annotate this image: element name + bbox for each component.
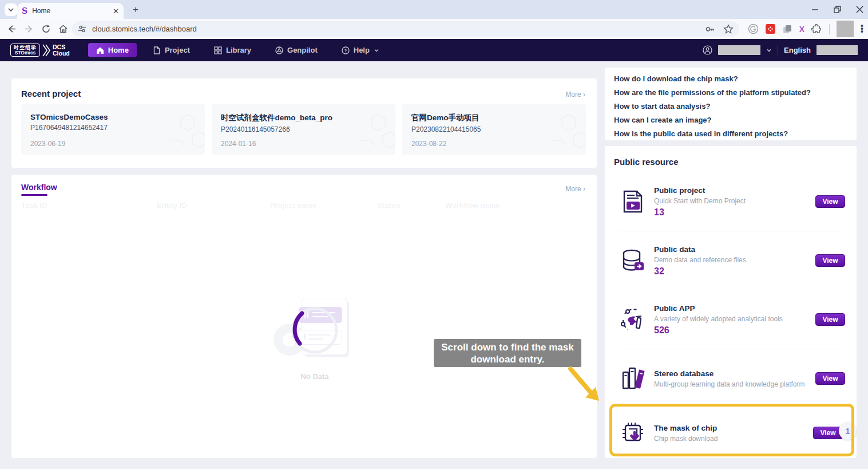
browser-tab[interactable]: S Home ✕: [17, 3, 124, 19]
books-icon: [620, 365, 646, 392]
navbar-right: English: [703, 45, 858, 56]
reload-button[interactable]: [40, 23, 51, 35]
col-entity-id: Entity ID: [157, 201, 270, 210]
site-settings-icon[interactable]: [78, 25, 86, 33]
chevron-down-icon[interactable]: [766, 48, 772, 53]
workflow-card: Workflow More › Task ID Entity ID Projec…: [11, 175, 597, 458]
document-play-icon: [620, 188, 646, 215]
extensions-row: X •••: [748, 20, 863, 38]
nav-item-project[interactable]: Project: [145, 43, 198, 57]
stomics-logo-box: 时空组学 STOmics: [10, 44, 40, 57]
resource-count: 526: [654, 325, 783, 335]
forward-button[interactable]: [23, 23, 34, 35]
chip-download-icon: [620, 420, 646, 446]
project-date: 2023-08-22: [411, 140, 446, 148]
url-text[interactable]: cloud.stomics.tech/#/dashboard: [92, 25, 699, 33]
bookmark-star-icon[interactable]: [723, 24, 734, 34]
resource-row-mask-of-chip[interactable]: The mask of chip Chip mask download View: [605, 408, 857, 458]
logo-brand-line1: DCS: [53, 44, 70, 50]
resource-row-stereo-database[interactable]: Stereo database Multi-group learning dat…: [605, 349, 857, 408]
resource-name: Public data: [654, 245, 746, 253]
address-bar[interactable]: cloud.stomics.tech/#/dashboard: [72, 21, 739, 37]
project-card[interactable]: STOmicsDemoCases P1670649481214652417 20…: [21, 104, 205, 155]
genpilot-icon: [275, 46, 283, 54]
empty-state: No Data: [257, 289, 372, 381]
faq-link[interactable]: How do I download the chip mask?: [614, 72, 847, 86]
nav-label: Genpilot: [287, 46, 318, 54]
extension-red-icon[interactable]: [766, 24, 775, 34]
hexagon-pattern: [344, 109, 395, 155]
annotation-tooltip: Scroll down to find the mask download en…: [434, 339, 581, 367]
resource-desc: Quick Start with Demo Project: [654, 196, 746, 204]
workflow-tab[interactable]: Workflow: [21, 183, 57, 192]
new-tab-button[interactable]: +: [130, 5, 141, 15]
project-card[interactable]: 官网Demo手动项目 P20230822104415065 2023-08-22: [402, 104, 586, 155]
database-icon: [620, 247, 646, 274]
public-resource-card: Public resource Public project Quick Sta…: [605, 146, 857, 458]
nav-item-library[interactable]: Library: [206, 43, 259, 57]
resource-desc: Multi-group learning data and knowledge …: [654, 380, 805, 388]
view-button[interactable]: View: [813, 427, 843, 439]
logo-brand-line2: Cloud: [53, 50, 70, 57]
nav-label: Home: [108, 46, 129, 54]
extensions-puzzle-icon[interactable]: [811, 23, 822, 34]
nav-item-home[interactable]: Home: [88, 43, 137, 57]
col-task-id: Task ID: [21, 201, 157, 210]
stomics-logo[interactable]: 时空组学 STOmics DCS Cloud: [10, 44, 70, 57]
resource-desc: Chip mask download: [654, 435, 718, 443]
logo-brand: DCS Cloud: [53, 44, 70, 57]
view-button[interactable]: View: [815, 195, 845, 208]
window-controls: [811, 0, 863, 19]
resource-name: Public APP: [654, 304, 783, 312]
view-button[interactable]: View: [815, 372, 845, 385]
library-grid-icon: [214, 46, 222, 54]
hexagon-pattern: [534, 109, 586, 155]
resource-text: Public data Demo data and reference file…: [654, 245, 746, 276]
toolbar-separator: [829, 24, 830, 34]
logo-chevron-icon: [42, 44, 50, 57]
project-card[interactable]: 时空试剂盒软件demo_beta_pro P20240116145057266 …: [212, 104, 395, 155]
resource-row-public-data[interactable]: Public data Demo data and reference file…: [605, 231, 857, 290]
username-redacted[interactable]: [718, 45, 760, 55]
view-button[interactable]: View: [815, 254, 845, 267]
workflow-more-link[interactable]: More ›: [565, 185, 585, 193]
chevron-down-icon: [374, 48, 379, 53]
resource-row-public-project[interactable]: Public project Quick Start with Demo Pro…: [605, 172, 857, 231]
nav-item-help[interactable]: ? Help: [334, 43, 387, 57]
tab-close-icon[interactable]: ✕: [113, 7, 119, 15]
resource-name: Stereo database: [654, 369, 805, 377]
user-icon[interactable]: [703, 45, 712, 55]
faq-link[interactable]: How is the public data used in different…: [614, 127, 847, 141]
project-file-icon: [153, 46, 161, 54]
extension-x-icon[interactable]: X: [799, 25, 804, 34]
minimize-icon[interactable]: [811, 6, 819, 13]
faq-link[interactable]: How can I create an image?: [614, 113, 847, 127]
restore-icon[interactable]: [834, 6, 841, 13]
browser-menu-icon[interactable]: •••: [861, 25, 863, 33]
back-button[interactable]: [6, 23, 17, 35]
row-divider: [618, 290, 843, 290]
tab-title: Home: [32, 7, 108, 15]
language-switch[interactable]: English: [784, 46, 811, 54]
navbar-separator: [778, 45, 778, 56]
resource-row-public-app[interactable]: Public APP A variety of widely adopted a…: [605, 290, 857, 349]
home-button[interactable]: [57, 23, 69, 35]
workflow-table-headers: Task ID Entity ID Project name Status Wo…: [21, 201, 586, 210]
extension-g-icon[interactable]: [748, 23, 759, 34]
nav-item-genpilot[interactable]: Genpilot: [267, 43, 326, 57]
faq-link[interactable]: How are the file permissions of the plat…: [614, 86, 847, 100]
password-key-icon[interactable]: [705, 24, 715, 34]
resource-name: The mask of chip: [654, 424, 718, 432]
recent-project-more-link[interactable]: More ›: [565, 90, 585, 98]
click-indicator-badge: 1: [839, 422, 857, 440]
profile-avatar[interactable]: [837, 21, 854, 37]
home-icon: [96, 46, 104, 54]
row-divider: [618, 349, 843, 349]
faq-link[interactable]: How to start data analysis?: [614, 100, 847, 113]
workflow-tab-underline: [21, 194, 47, 196]
chevron-down-icon: [7, 6, 14, 13]
extension-pages-icon[interactable]: [782, 24, 792, 34]
tab-search-button[interactable]: [5, 3, 17, 16]
view-button[interactable]: View: [815, 313, 845, 326]
close-icon[interactable]: [856, 6, 863, 13]
